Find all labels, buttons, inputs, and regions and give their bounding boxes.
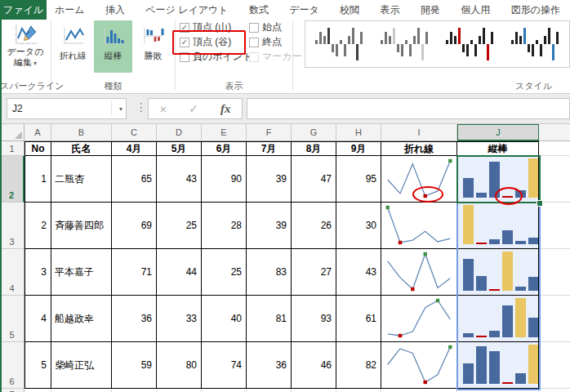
ribbon-tab-6[interactable]: 校閲	[340, 0, 359, 20]
header-cell-7[interactable]: 8月	[292, 141, 336, 156]
cell-A2[interactable]: 1	[24, 156, 51, 203]
ribbon-tab-5[interactable]: データ	[289, 0, 319, 20]
cell-H4[interactable]: 43	[336, 249, 381, 296]
column-header-A[interactable]: A	[24, 124, 51, 141]
cell-G6[interactable]: 46	[292, 342, 336, 389]
cell-G5[interactable]: 93	[292, 296, 336, 342]
cell-E6[interactable]: 74	[202, 342, 247, 389]
cell-I2[interactable]	[381, 156, 457, 203]
name-box[interactable]: J2 ▾	[7, 98, 127, 119]
header-cell-9[interactable]: 折れ線	[381, 141, 457, 156]
cell-A5[interactable]: 4	[24, 296, 51, 342]
sparkline-style-preview-1[interactable]	[314, 25, 364, 63]
cell-I6[interactable]	[381, 342, 457, 389]
ribbon-tab-9[interactable]: 個人用	[461, 0, 490, 20]
ribbon-tab-7[interactable]: 表示	[381, 0, 400, 20]
cell-E2[interactable]: 90	[202, 156, 247, 203]
column-header-E[interactable]: E	[202, 124, 247, 141]
ribbon-tab-1[interactable]: ホーム	[55, 0, 85, 20]
cell-J3[interactable]	[457, 203, 539, 249]
cancel-icon[interactable]: ×	[160, 102, 167, 116]
cell-F3[interactable]: 39	[247, 203, 292, 249]
cell-B4[interactable]: 平本嘉子	[51, 249, 112, 296]
row-header-4[interactable]: 4	[0, 249, 24, 296]
cell-C4[interactable]: 71	[112, 249, 157, 296]
cell-D5[interactable]: 33	[157, 296, 202, 342]
cell-F5[interactable]: 81	[247, 296, 292, 342]
cell-B2[interactable]: 二瓶杏	[51, 156, 112, 203]
header-cell-6[interactable]: 7月	[247, 141, 292, 156]
cell-G2[interactable]: 47	[292, 156, 336, 203]
cell-C5[interactable]: 36	[112, 296, 157, 342]
select-all-corner[interactable]	[0, 124, 24, 141]
cell-I4[interactable]	[381, 249, 457, 296]
type-button-line[interactable]: 折れ線	[54, 20, 92, 73]
row-header-5[interactable]: 5	[0, 296, 24, 342]
cell-H5[interactable]: 61	[336, 296, 381, 342]
cell-G3[interactable]: 26	[292, 203, 336, 249]
fill-handle[interactable]	[537, 200, 543, 207]
cell-G4[interactable]: 27	[292, 249, 336, 296]
cell-E4[interactable]: 25	[202, 249, 247, 296]
enter-icon[interactable]: ✓	[189, 102, 198, 115]
checkbox-low-point-box[interactable]: ✓	[180, 38, 189, 47]
insert-function-icon[interactable]: fx	[220, 102, 231, 116]
row-header-6[interactable]: 6	[0, 342, 24, 389]
cell-H3[interactable]: 30	[336, 203, 381, 249]
column-header-D[interactable]: D	[157, 124, 202, 141]
type-button-column[interactable]: 縦棒	[94, 20, 132, 73]
cell-H2[interactable]: 95	[336, 156, 381, 203]
checkbox-negative-points-box[interactable]	[180, 52, 189, 62]
checkbox-negative-points[interactable]: 負のポイント	[180, 51, 252, 62]
checkbox-high-point[interactable]: ✓頂点 (山)	[180, 22, 252, 33]
header-cell-4[interactable]: 5月	[157, 141, 202, 156]
header-cell-10[interactable]: 縦棒	[457, 141, 539, 156]
cell-D6[interactable]: 80	[157, 342, 202, 389]
cell-E3[interactable]: 28	[202, 203, 247, 249]
ribbon-tab-8[interactable]: 開発	[421, 0, 440, 20]
column-header-C[interactable]: C	[112, 124, 157, 141]
row-header-7[interactable]: 7	[0, 389, 24, 392]
cell-A4[interactable]: 3	[24, 249, 51, 296]
header-cell-3[interactable]: 4月	[112, 141, 157, 156]
column-header-B[interactable]: B	[51, 124, 112, 141]
cell-C6[interactable]: 59	[112, 342, 157, 389]
cell-C2[interactable]: 65	[112, 156, 157, 203]
cell-F6[interactable]: 36	[247, 342, 292, 389]
header-cell-5[interactable]: 6月	[202, 141, 247, 156]
cell-E5[interactable]: 40	[202, 296, 247, 342]
cell-H6[interactable]: 82	[336, 342, 381, 389]
header-cell-1[interactable]: No	[24, 141, 51, 156]
column-header-H[interactable]: H	[336, 124, 381, 141]
header-cell-8[interactable]: 9月	[336, 141, 381, 156]
formula-input[interactable]	[247, 98, 570, 119]
cell-B5[interactable]: 船越政幸	[51, 296, 112, 342]
column-header-G[interactable]: G	[292, 124, 336, 141]
header-cell-2[interactable]: 氏名	[51, 141, 112, 156]
checkbox-first-point-box[interactable]	[249, 23, 259, 33]
checkbox-last-point-box[interactable]	[249, 38, 259, 47]
column-header-J[interactable]: J	[457, 124, 539, 141]
cell-D4[interactable]: 44	[157, 249, 202, 296]
ribbon-tab-2[interactable]: 挿入	[105, 0, 125, 20]
ribbon-tab-10[interactable]: 図形の操作	[511, 0, 560, 20]
cell-C3[interactable]: 69	[112, 203, 157, 249]
cell-J6[interactable]	[457, 342, 539, 389]
edit-data-button[interactable]: データの 編集▾	[0, 20, 51, 68]
checkbox-high-point-box[interactable]: ✓	[180, 23, 189, 33]
column-header-I[interactable]: I	[381, 124, 457, 141]
name-box-arrow-icon[interactable]: ▾	[119, 105, 122, 113]
row-header-1[interactable]: 1	[0, 141, 24, 156]
cell-J5[interactable]	[457, 296, 539, 342]
cell-F2[interactable]: 39	[247, 156, 292, 203]
row-header-3[interactable]: 3	[0, 203, 24, 249]
cell-J4[interactable]	[457, 249, 539, 296]
cell-D2[interactable]: 43	[157, 156, 202, 203]
sparkline-style-preview-4[interactable]	[510, 25, 560, 63]
checkbox-low-point[interactable]: ✓頂点 (谷)	[180, 37, 252, 47]
ribbon-tab-4[interactable]: 数式	[249, 0, 269, 20]
cell-I5[interactable]	[381, 296, 457, 342]
cell-I3[interactable]	[381, 203, 457, 249]
cell-A3[interactable]: 2	[24, 203, 51, 249]
cell-D3[interactable]: 25	[157, 203, 202, 249]
